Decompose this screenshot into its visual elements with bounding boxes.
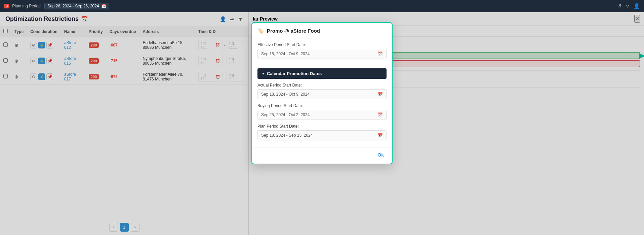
calendar-icon: 📅 <box>378 133 383 138</box>
plan-period-value: Sep 18, 2024 - Sep 25, 2024 <box>261 133 313 138</box>
actual-period-input[interactable]: Sep 18, 2024 - Oct 9, 2024 📅 <box>257 89 387 99</box>
calendar-icon: 📅 <box>378 52 383 56</box>
notification-badge: 3 <box>4 4 9 8</box>
buying-period-value: Sep 25, 2024 - Oct 2, 2024 <box>261 112 310 117</box>
planning-period-input[interactable]: Sep 26, 2024 - Sep 26, 2024 📅 <box>44 3 109 9</box>
effective-period-value: Sep 18, 2024 - Oct 9, 2024 <box>261 52 310 56</box>
promo-icon: 🏷️ <box>257 28 264 34</box>
modal-header: 🏷️ Promo @ aStore Food <box>252 23 392 38</box>
effective-period-section: Effective Period Start Date: Sep 18, 202… <box>252 38 392 67</box>
plan-period-label: Plan Period Start Date: <box>257 124 387 129</box>
plan-period-input[interactable]: Sep 18, 2024 - Sep 25, 2024 📅 <box>257 130 387 140</box>
history-icon[interactable]: ↺ <box>617 3 621 9</box>
section-toggle-calendar[interactable]: ▼ Calendar Promotion Dates <box>257 68 387 79</box>
top-bar-icons: ↺ ? 👤 <box>617 3 640 9</box>
buying-period-input[interactable]: Sep 25, 2024 - Oct 2, 2024 📅 <box>257 110 387 120</box>
main-layout: Optimization Restrictions 📅 👤 🛏 ▼ Type C… <box>0 12 644 235</box>
section-toggle-label: Calendar Promotion Dates <box>267 71 322 76</box>
modal-fields: Actual Period Start Date: Sep 18, 2024 -… <box>252 83 392 147</box>
calendar-icon: 📅 <box>101 4 106 8</box>
calendar-icon: 📅 <box>378 92 383 97</box>
modal-title: Promo @ aStore Food <box>267 28 320 34</box>
ok-button[interactable]: Ok <box>375 151 387 159</box>
help-icon[interactable]: ? <box>626 3 629 9</box>
modal-footer: Ok <box>252 147 392 164</box>
user-icon[interactable]: 👤 <box>634 3 640 9</box>
actual-period-value: Sep 18, 2024 - Oct 9, 2024 <box>261 92 310 97</box>
planning-period-value: Sep 26, 2024 - Sep 26, 2024 <box>47 4 99 8</box>
actual-period-label: Actual Period Start Date: <box>257 83 387 88</box>
planning-period-label: Planning Period: <box>12 4 42 8</box>
effective-period-input[interactable]: Sep 18, 2024 - Oct 9, 2024 📅 <box>257 49 387 59</box>
effective-period-label: Effective Period Start Date: <box>257 42 387 47</box>
calendar-icon: 📅 <box>378 112 383 117</box>
modal-overlay: 🏷️ Promo @ aStore Food Effective Period … <box>0 12 644 235</box>
top-bar: 3 Planning Period: Sep 26, 2024 - Sep 26… <box>0 0 644 12</box>
promo-modal: 🏷️ Promo @ aStore Food Effective Period … <box>251 22 393 164</box>
buying-period-label: Buying Period Start Date: <box>257 103 387 108</box>
chevron-down-icon: ▼ <box>261 72 265 75</box>
